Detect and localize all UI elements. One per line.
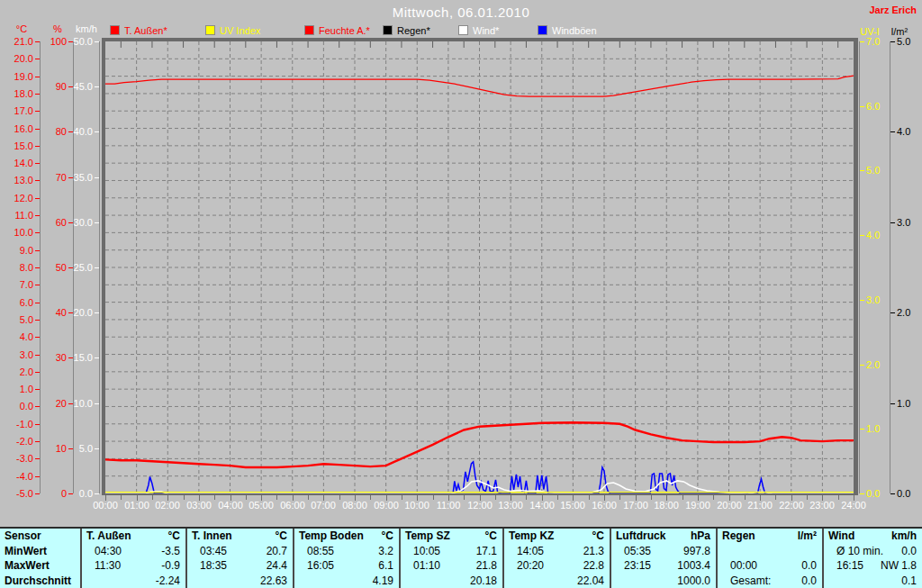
legend-label: Windböen — [552, 25, 597, 36]
time-tick — [542, 495, 543, 501]
time-tick — [386, 495, 387, 501]
table-value-row: 16:056.1 — [294, 558, 399, 574]
table-row-label: MaxWert — [0, 558, 80, 574]
time-tick — [448, 495, 449, 501]
table-column-tempsz: Temp SZ°C10:0517.101:1021.820.18 — [399, 529, 502, 588]
time-tick — [230, 495, 231, 501]
axis-tick-temp — [35, 424, 40, 425]
time-tick — [495, 495, 496, 500]
sensor-name: Regen — [718, 529, 755, 544]
axis-ticklabel-wind: 25.0 — [59, 262, 93, 273]
value-time: 16:05 — [294, 558, 334, 574]
axis-ticklabel-temp: 3.0 — [0, 349, 33, 360]
value-time: 03:45 — [187, 544, 227, 559]
sensor-name: Temp SZ — [401, 529, 450, 544]
axis-ticklabel-wind: 50.0 — [59, 36, 93, 47]
value-time: Ø 10 min. — [824, 544, 883, 559]
axis-ticklabel-rain: 1.0 — [897, 398, 910, 409]
value-time: 05:35 — [611, 544, 651, 559]
axis-ticklabel-temp: 17.0 — [0, 105, 33, 116]
axis-ticklabel-temp: -1.0 — [0, 419, 33, 430]
value-time: 01:10 — [401, 558, 440, 574]
time-tick — [760, 495, 761, 501]
axis-line-uv — [859, 41, 860, 493]
time-tick — [807, 495, 808, 500]
table-value-row: 10:0517.1 — [401, 544, 502, 559]
time-tick — [604, 495, 605, 501]
table-column-header: Windkm/h — [824, 529, 922, 544]
table-rowlabel-column: SensorMinWertMaxWertDurchschnitt — [0, 529, 80, 588]
time-tick — [370, 495, 371, 500]
table-column-header: LuftdruckhPa — [611, 529, 716, 544]
table-value-row: 20:2022.8 — [504, 558, 610, 574]
time-tick — [167, 495, 168, 501]
axis-tick-wind — [95, 267, 99, 268]
table-value-row: 16:15NW 1.8 — [824, 558, 922, 574]
axis-tick-temp — [35, 476, 40, 477]
value-number: 22.63 — [260, 574, 293, 588]
axis-ticklabel-uv: 5.0 — [866, 165, 880, 176]
sensor-summary-table: SensorMinWertMaxWertDurchschnittT. Außen… — [0, 527, 922, 588]
table-value-row: Ø 10 min.0.0 — [824, 544, 922, 559]
time-tick — [121, 495, 122, 500]
axis-tick-temp — [35, 232, 40, 233]
axis-tick-temp — [35, 441, 40, 442]
time-tick — [854, 495, 854, 501]
axis-ticklabel-wind: 30.0 — [59, 217, 93, 228]
weather-station-daily-view: Mittwoch, 06.01.2010 Jarz Erich T. Außen… — [0, 0, 922, 588]
sensor-unit: °C — [168, 529, 185, 544]
axis-ticklabel-uv: 7.0 — [866, 36, 880, 47]
axis-tick-wind — [95, 312, 99, 313]
value-time — [611, 574, 624, 588]
value-time: 23:15 — [611, 558, 651, 574]
table-column-luftdruck: LuftdruckhPa05:35997.823:151003.41000.0 — [610, 529, 716, 588]
legend-label: UV Index — [220, 25, 260, 36]
time-tick — [791, 495, 792, 501]
time-tick — [698, 495, 699, 501]
axis-ticklabel-temp: 14.0 — [0, 158, 33, 168]
axis-tick-rain — [890, 131, 895, 132]
sensor-name: Luftdruck — [611, 529, 665, 544]
table-row-label: Sensor — [0, 529, 80, 544]
sensor-unit: °C — [276, 529, 293, 544]
time-tick — [511, 495, 511, 501]
axis-ticklabel-uv: 4.0 — [866, 230, 880, 240]
sensor-unit: °C — [592, 529, 610, 544]
axis-tick-rain — [890, 493, 895, 494]
time-label: 24:00 — [835, 500, 872, 511]
value-number: 22.8 — [583, 558, 610, 574]
axis-tick-temp — [35, 320, 40, 321]
table-value-row: 01:1021.8 — [401, 558, 502, 574]
value-number: 6.1 — [378, 558, 399, 574]
table-column-header: Regenl/m² — [718, 529, 822, 544]
value-time: 16:15 — [824, 558, 863, 574]
table-column-header: T. Außen°C — [82, 529, 185, 544]
value-number: 20.18 — [470, 574, 502, 588]
table-value-row: 20.18 — [401, 574, 502, 588]
axis-ticklabel-temp: 20.0 — [0, 53, 33, 64]
value-number: 17.1 — [476, 544, 502, 559]
axis-tick-uv — [860, 365, 864, 366]
sensor-name: T. Außen — [82, 529, 131, 544]
axis-ticklabel-temp: -2.0 — [0, 436, 33, 447]
table-value-row: 18:3524.4 — [187, 558, 293, 574]
value-time: 04:30 — [82, 544, 122, 559]
value-time — [504, 574, 517, 588]
value-number: 1000.0 — [677, 574, 716, 588]
axis-ticklabel-rain: 5.0 — [897, 36, 910, 47]
time-tick — [651, 495, 652, 500]
time-tick — [417, 495, 418, 501]
axis-ticklabel-wind: 35.0 — [59, 172, 93, 183]
axis-tick-uv — [860, 235, 864, 236]
time-tick — [838, 495, 839, 500]
axis-ticklabel-temp: 18.0 — [0, 88, 33, 99]
legend-swatch-icon — [383, 25, 393, 35]
axis-tick-wind — [95, 177, 99, 178]
table-value-row: 00:000.0 — [718, 558, 822, 574]
axis-ticklabel-temp: 7.0 — [0, 279, 33, 290]
value-number: 1003.4 — [677, 558, 716, 574]
time-tick — [464, 495, 465, 500]
time-tick — [480, 495, 481, 501]
table-row-label: MinWert — [0, 544, 80, 559]
axis-ticklabel-temp: 21.0 — [0, 36, 33, 47]
